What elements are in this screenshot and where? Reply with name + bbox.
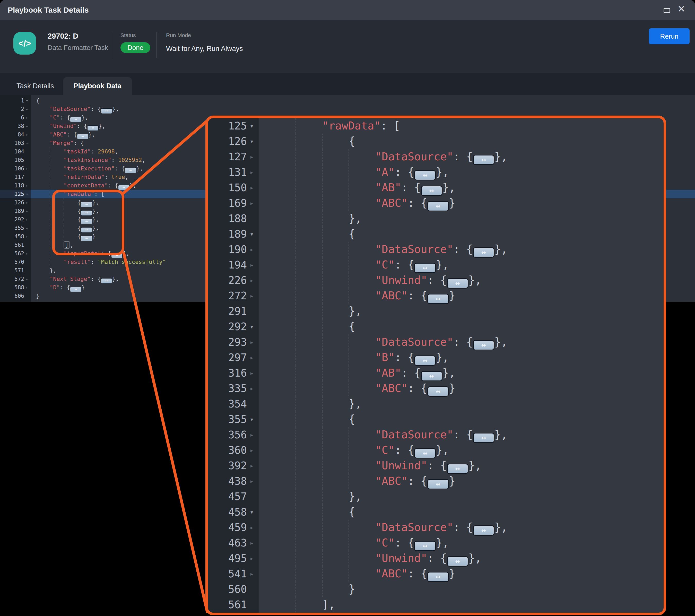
fold-toggle-icon[interactable]: ▸ <box>247 338 257 346</box>
collapsed-fold-widget-icon[interactable]: ↔ <box>70 117 81 122</box>
fold-toggle-icon[interactable]: ▸ <box>24 201 30 205</box>
code-line[interactable]: 226▸"Unwind": {↔}, <box>208 273 664 288</box>
fold-toggle-icon[interactable]: ▸ <box>247 261 257 269</box>
collapsed-fold-widget-icon[interactable]: ↔ <box>70 287 81 292</box>
collapsed-fold-widget-icon[interactable]: ↔ <box>473 340 494 350</box>
code-line[interactable]: 1▾{ <box>0 96 695 105</box>
code-line[interactable]: 360▸"C": {↔}, <box>208 443 664 458</box>
close-icon[interactable]: ✕ <box>678 4 685 14</box>
code-line[interactable]: 293▸"DataSource": {↔}, <box>208 335 664 350</box>
fold-toggle-icon[interactable]: ▸ <box>247 292 257 300</box>
code-line[interactable]: 392▸"Unwind": {↔}, <box>208 458 664 474</box>
fold-toggle-icon[interactable]: ▾ <box>247 230 257 238</box>
code-line[interactable]: 457}, <box>208 489 664 504</box>
collapsed-fold-widget-icon[interactable]: ↔ <box>447 556 469 567</box>
fold-toggle-icon[interactable]: ▸ <box>247 245 257 253</box>
fold-toggle-icon[interactable]: ▸ <box>24 218 30 222</box>
code-line[interactable]: 316▸"AB": {↔}, <box>208 365 664 381</box>
code-line[interactable]: 188}, <box>208 211 664 226</box>
code-line[interactable]: 189▾{ <box>208 226 664 242</box>
collapsed-fold-widget-icon[interactable]: ↔ <box>87 125 99 131</box>
collapsed-fold-widget-icon[interactable]: ↔ <box>447 278 469 289</box>
code-line[interactable]: 297▸"B": {↔}, <box>208 350 664 365</box>
code-line[interactable]: 194▸"C": {↔}, <box>208 257 664 273</box>
fold-toggle-icon[interactable]: ▾ <box>247 323 257 330</box>
code-line[interactable]: 438▸"ABC": {↔} <box>208 474 664 489</box>
code-line[interactable]: 131▸"A": {↔}, <box>208 165 664 180</box>
code-line[interactable]: 459▸"DataSource": {↔}, <box>208 520 664 535</box>
code-line[interactable]: 560} <box>208 582 664 597</box>
fold-toggle-icon[interactable]: ▸ <box>24 107 30 111</box>
fold-toggle-icon[interactable]: ▸ <box>24 167 30 171</box>
fold-toggle-icon[interactable]: ▾ <box>247 122 257 130</box>
code-line[interactable]: 458▾{ <box>208 504 664 520</box>
code-line[interactable]: 335▸"ABC": {↔} <box>208 381 664 396</box>
code-line[interactable]: 127▸"DataSource": {↔}, <box>208 149 664 165</box>
fold-toggle-icon[interactable]: ▸ <box>24 116 30 120</box>
collapsed-fold-widget-icon[interactable]: ↔ <box>414 263 436 273</box>
code-line[interactable]: 354}, <box>208 396 664 412</box>
collapsed-fold-widget-icon[interactable]: ↔ <box>447 464 469 474</box>
collapsed-fold-widget-icon[interactable]: ↔ <box>421 371 442 381</box>
fold-toggle-icon[interactable]: ▸ <box>247 570 257 578</box>
fold-toggle-icon[interactable]: ▸ <box>247 462 257 469</box>
collapsed-fold-widget-icon[interactable]: ↔ <box>427 201 449 211</box>
fold-toggle-icon[interactable]: ▸ <box>247 524 257 531</box>
fold-toggle-icon[interactable]: ▸ <box>247 431 257 439</box>
code-line[interactable]: 2▸"DataSource": {↔}, <box>0 105 695 113</box>
tab-task-details[interactable]: Task Details <box>7 77 63 95</box>
fold-toggle-icon[interactable]: ▸ <box>247 554 257 562</box>
code-line[interactable]: 169▸"ABC": {↔} <box>208 195 664 211</box>
fold-toggle-icon[interactable]: ▸ <box>247 184 257 191</box>
collapsed-fold-widget-icon[interactable]: ↔ <box>118 185 130 190</box>
fold-toggle-icon[interactable]: ▾ <box>24 99 30 103</box>
collapsed-fold-widget-icon[interactable]: ↔ <box>77 134 88 139</box>
fold-toggle-icon[interactable]: ▸ <box>247 477 257 485</box>
code-line[interactable]: 495▸"Unwind": {↔}, <box>208 551 664 566</box>
fold-toggle-icon[interactable]: ▸ <box>247 153 257 160</box>
code-line[interactable]: 190▸"DataSource": {↔}, <box>208 242 664 257</box>
collapsed-fold-widget-icon[interactable]: ↔ <box>473 155 494 165</box>
tab-playbook-data[interactable]: Playbook Data <box>63 77 132 95</box>
fold-toggle-icon[interactable]: ▸ <box>24 209 30 213</box>
code-line[interactable]: 150▸"AB": {↔}, <box>208 180 664 195</box>
maximize-icon[interactable] <box>664 8 670 13</box>
fold-toggle-icon[interactable]: ▾ <box>247 137 257 145</box>
collapsed-fold-widget-icon[interactable]: ↔ <box>414 541 436 551</box>
rerun-button[interactable]: Rerun <box>649 28 690 44</box>
code-line[interactable]: 291}, <box>208 304 664 319</box>
collapsed-fold-widget-icon[interactable]: ↔ <box>427 572 449 582</box>
code-line[interactable]: 125▾"rawData": [ <box>208 118 664 134</box>
code-line[interactable]: 356▸"DataSource": {↔}, <box>208 427 664 443</box>
code-line[interactable]: 541▸"ABC": {↔} <box>208 566 664 582</box>
collapsed-fold-widget-icon[interactable]: ↔ <box>101 108 112 114</box>
fold-toggle-icon[interactable]: ▸ <box>247 384 257 392</box>
fold-toggle-icon[interactable]: ▾ <box>247 415 257 423</box>
collapsed-fold-widget-icon[interactable]: ↔ <box>427 387 449 397</box>
collapsed-fold-widget-icon[interactable]: ↔ <box>473 433 494 443</box>
fold-toggle-icon[interactable]: ▾ <box>247 508 257 516</box>
fold-toggle-icon[interactable]: ▸ <box>24 277 30 281</box>
fold-toggle-icon[interactable]: ▸ <box>247 168 257 176</box>
collapsed-fold-widget-icon[interactable]: ↔ <box>427 294 449 304</box>
collapsed-fold-widget-icon[interactable]: ↔ <box>414 170 436 181</box>
fold-toggle-icon[interactable]: ▾ <box>24 192 30 196</box>
fold-toggle-icon[interactable]: ▸ <box>247 446 257 454</box>
collapsed-fold-widget-icon[interactable]: ↔ <box>414 448 436 459</box>
collapsed-fold-widget-icon[interactable]: ↔ <box>421 186 442 196</box>
fold-toggle-icon[interactable]: ▸ <box>247 199 257 207</box>
code-line[interactable]: 292▾{ <box>208 319 664 335</box>
code-line[interactable]: 463▸"C": {↔}, <box>208 535 664 551</box>
collapsed-fold-widget-icon[interactable]: ↔ <box>473 247 494 258</box>
fold-toggle-icon[interactable]: ▾ <box>24 141 30 145</box>
fold-toggle-icon[interactable]: ▸ <box>24 133 30 137</box>
fold-toggle-icon[interactable]: ▸ <box>24 252 30 256</box>
fold-toggle-icon[interactable]: ▸ <box>24 286 30 290</box>
fold-toggle-icon[interactable]: ▸ <box>247 539 257 547</box>
fold-toggle-icon[interactable]: ▸ <box>24 235 30 239</box>
collapsed-fold-widget-icon[interactable]: ↔ <box>473 525 494 536</box>
collapsed-fold-widget-icon[interactable]: ↔ <box>427 479 449 489</box>
code-line[interactable]: 561], <box>208 597 664 612</box>
code-line[interactable]: 272▸"ABC": {↔} <box>208 288 664 304</box>
fold-toggle-icon[interactable]: ▸ <box>247 369 257 377</box>
